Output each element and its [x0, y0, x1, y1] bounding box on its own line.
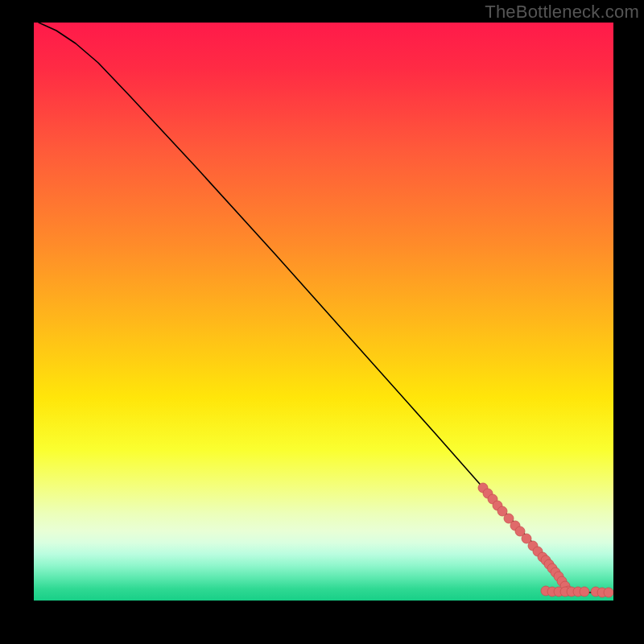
chart-scatter-group — [478, 483, 613, 597]
scatter-dot — [604, 588, 613, 597]
chart-line — [39, 23, 607, 592]
attribution-text: TheBottleneck.com — [485, 2, 639, 23]
chart-svg — [34, 23, 613, 601]
scatter-dot — [580, 587, 589, 597]
chart-plot-area — [34, 23, 613, 601]
